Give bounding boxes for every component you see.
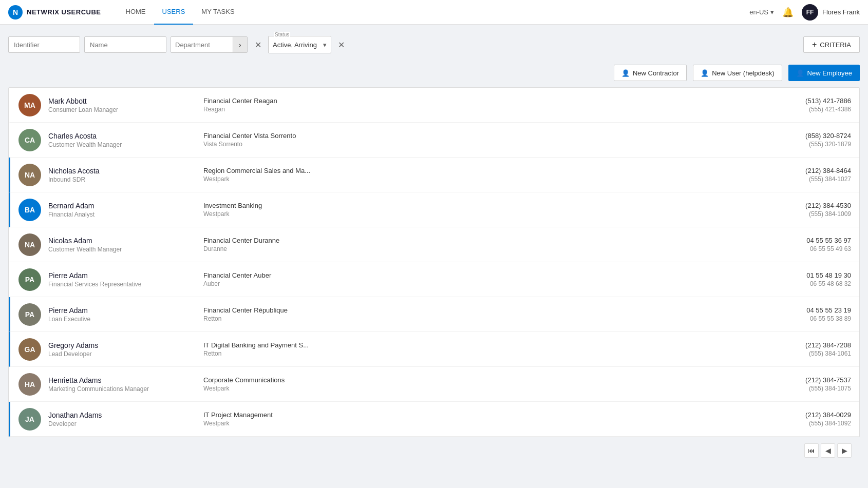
user-title: Developer xyxy=(48,420,195,427)
nav-my-tasks[interactable]: MY TASKS xyxy=(193,0,242,25)
new-contractor-label: New Contractor xyxy=(633,69,679,77)
phone-main: (212) 384-0029 xyxy=(769,411,851,419)
user-phone: 04 55 55 23 1906 55 55 38 89 xyxy=(769,306,851,322)
user-row[interactable]: JAJonathan AdamsDeveloperIT Project Mana… xyxy=(9,402,859,437)
user-title: Inbound SDR xyxy=(48,176,195,183)
user-title: Customer Wealth Manager xyxy=(48,246,195,253)
name-input[interactable] xyxy=(84,36,166,53)
pagination: ⏮ ◀ ▶ xyxy=(8,437,860,464)
phone-alt: (555) 384-1075 xyxy=(769,385,851,392)
pagination-prev-button[interactable]: ◀ xyxy=(821,443,835,458)
department-name: Corporate Communications xyxy=(203,376,769,384)
user-department: Financial Center ReaganReagan xyxy=(195,97,769,113)
user-avatar: HA xyxy=(18,373,41,396)
user-title: Marketing Communications Manager xyxy=(48,385,195,393)
new-user-helpdesk-label: New User (helpdesk) xyxy=(712,69,774,77)
user-avatar: MA xyxy=(18,94,41,116)
user-avatar: PA xyxy=(18,268,41,291)
user-phone: (212) 384-8464(555) 384-1027 xyxy=(769,167,851,183)
new-contractor-button[interactable]: 👤 New Contractor xyxy=(614,65,687,81)
user-row[interactable]: CACharles AcostaCustomer Wealth ManagerF… xyxy=(9,123,859,158)
logo[interactable]: N NETWRIX USERCUBE xyxy=(8,5,101,19)
user-row[interactable]: GAGregory AdamsLead DeveloperIT Digital … xyxy=(9,332,859,367)
phone-main: 04 55 55 23 19 xyxy=(769,306,851,314)
navbar-right: en-US ▾ 🔔 FF Flores Frank xyxy=(749,4,860,21)
new-employee-label: New Employee xyxy=(807,69,852,77)
user-initials: FF xyxy=(806,9,814,16)
clear-department-button[interactable]: ✕ xyxy=(252,38,264,51)
phone-alt: 06 55 55 38 89 xyxy=(769,315,851,322)
pagination-first-button[interactable]: ⏮ xyxy=(804,443,819,458)
phone-alt: (555) 384-1061 xyxy=(769,350,851,357)
user-info: Nicolas AdamCustomer Wealth Manager xyxy=(41,237,195,253)
new-employee-button[interactable]: 👤 New Employee xyxy=(788,65,860,81)
department-arrow-icon[interactable]: › xyxy=(233,36,247,53)
user-name-text: Pierre Adam xyxy=(48,306,195,315)
department-name: Region Commercial Sales and Ma... xyxy=(203,167,769,174)
phone-main: (212) 384-7537 xyxy=(769,376,851,384)
user-department: Financial Center AuberAuber xyxy=(195,271,769,287)
user-phone: (513) 421-7886(555) 421-4386 xyxy=(769,97,851,113)
user-phone: (212) 384-7208(555) 384-1061 xyxy=(769,341,851,357)
user-row[interactable]: HAHenrietta AdamsMarketing Communication… xyxy=(9,367,859,402)
identifier-input[interactable] xyxy=(8,36,80,53)
user-name-text: Mark Abbott xyxy=(48,97,195,105)
department-name: IT Digital Banking and Payment S... xyxy=(203,341,769,349)
user-title: Financial Services Representative xyxy=(48,281,195,288)
department-location: Westpark xyxy=(203,385,769,392)
lang-text: en-US xyxy=(749,8,768,16)
user-info: Pierre AdamLoan Executive xyxy=(41,306,195,323)
user-phone: 01 55 48 19 3006 55 48 68 32 xyxy=(769,271,851,287)
filter-bar: › ✕ Status Active, Arriving ▾ ✕ + CRITER… xyxy=(8,31,860,58)
phone-alt: 06 55 55 49 63 xyxy=(769,245,851,252)
department-name: Financial Center Auber xyxy=(203,271,769,279)
user-name-text: Bernard Adam xyxy=(48,202,195,210)
nav-home[interactable]: HOME xyxy=(118,0,154,25)
nav-users[interactable]: USERS xyxy=(154,0,194,25)
user-avatar: NA xyxy=(18,164,41,186)
user-row[interactable]: PAPierre AdamLoan ExecutiveFinancial Cen… xyxy=(9,297,859,332)
user-avatar: CA xyxy=(18,129,41,151)
notification-icon[interactable]: 🔔 xyxy=(782,7,794,18)
user-row[interactable]: MAMark AbbottConsumer Loan ManagerFinanc… xyxy=(9,88,859,123)
department-name: Investment Banking xyxy=(203,202,769,209)
user-title: Lead Developer xyxy=(48,350,195,358)
user-row[interactable]: PAPierre AdamFinancial Services Represen… xyxy=(9,262,859,297)
user-avatar: PA xyxy=(18,303,41,326)
user-display-name: Flores Frank xyxy=(822,8,860,16)
user-avatar: BA xyxy=(18,199,41,221)
department-name: Financial Center République xyxy=(203,306,769,314)
user-avatar: NA xyxy=(18,233,41,256)
main-nav: HOME USERS MY TASKS xyxy=(118,0,243,25)
department-name: IT Project Management xyxy=(203,411,769,419)
criteria-button[interactable]: + CRITERIA xyxy=(803,36,860,53)
user-name-text: Jonathan Adams xyxy=(48,411,195,419)
phone-alt: (555) 384-1009 xyxy=(769,210,851,218)
clear-status-button[interactable]: ✕ xyxy=(335,38,348,51)
department-input[interactable] xyxy=(171,41,233,49)
user-phone: (212) 384-7537(555) 384-1075 xyxy=(769,376,851,392)
new-contractor-icon: 👤 xyxy=(621,69,630,77)
user-info: Mark AbbottConsumer Loan Manager xyxy=(41,97,195,113)
user-row[interactable]: BABernard AdamFinancial AnalystInvestmen… xyxy=(9,192,859,227)
department-location: Westpark xyxy=(203,420,769,427)
logo-icon: N xyxy=(8,5,23,19)
navbar: N NETWRIX USERCUBE HOME USERS MY TASKS e… xyxy=(0,0,868,25)
user-row[interactable]: NANicholas AcostaInbound SDRRegion Comme… xyxy=(9,158,859,192)
phone-main: 04 55 55 36 97 xyxy=(769,237,851,244)
page-container: › ✕ Status Active, Arriving ▾ ✕ + CRITER… xyxy=(0,25,868,470)
user-name-text: Charles Acosta xyxy=(48,132,195,140)
user-department: Region Commercial Sales and Ma...Westpar… xyxy=(195,167,769,183)
user-department: Financial Center Vista SorrentoVista Sor… xyxy=(195,132,769,148)
language-selector[interactable]: en-US ▾ xyxy=(749,8,774,16)
department-location: Westpark xyxy=(203,210,769,218)
new-user-helpdesk-button[interactable]: 👤 New User (helpdesk) xyxy=(693,65,782,81)
pagination-next-button[interactable]: ▶ xyxy=(837,443,852,458)
department-location: Westpark xyxy=(203,175,769,183)
user-menu-button[interactable]: FF Flores Frank xyxy=(802,4,860,21)
phone-alt: 06 55 48 68 32 xyxy=(769,280,851,287)
user-info: Nicholas AcostaInbound SDR xyxy=(41,167,195,183)
phone-main: (212) 384-4530 xyxy=(769,202,851,209)
department-location: Retton xyxy=(203,315,769,322)
user-row[interactable]: NANicolas AdamCustomer Wealth ManagerFin… xyxy=(9,227,859,262)
